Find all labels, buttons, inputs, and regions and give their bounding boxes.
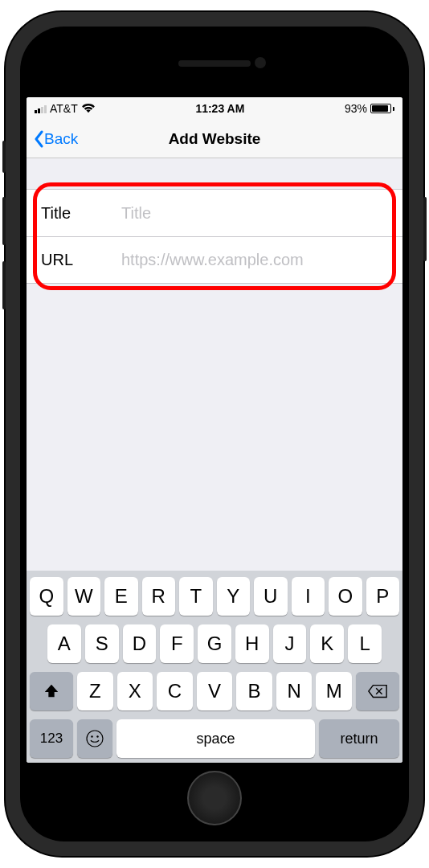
keyboard: QWERTYUIOP ASDFGHJKL ZXCVBNM 123	[27, 571, 402, 763]
key-v[interactable]: V	[197, 672, 233, 710]
key-e[interactable]: E	[104, 577, 138, 616]
shift-key[interactable]	[30, 672, 73, 710]
content-area: Title URL	[27, 158, 402, 571]
back-label: Back	[44, 130, 78, 148]
phone-frame: AT&T 11:23 AM 93%	[6, 12, 423, 856]
key-g[interactable]: G	[198, 624, 231, 663]
key-j[interactable]: J	[273, 624, 307, 663]
key-s[interactable]: S	[85, 624, 119, 663]
key-i[interactable]: I	[292, 577, 325, 616]
space-key[interactable]: space	[116, 719, 315, 758]
signal-icon	[35, 104, 47, 113]
key-u[interactable]: U	[254, 577, 288, 616]
key-p[interactable]: P	[366, 577, 400, 616]
title-label: Title	[41, 204, 121, 223]
key-f[interactable]: F	[160, 624, 194, 663]
url-label: URL	[41, 251, 121, 269]
page-title: Add Website	[169, 130, 261, 148]
volume-down	[2, 261, 6, 309]
shift-icon	[43, 682, 60, 700]
speaker-grille	[178, 60, 251, 67]
key-h[interactable]: H	[235, 624, 269, 663]
svg-point-0	[87, 731, 103, 747]
key-y[interactable]: Y	[217, 577, 251, 616]
key-c[interactable]: C	[157, 672, 193, 710]
back-button[interactable]: Back	[33, 130, 78, 148]
battery-icon	[370, 104, 394, 113]
screen: AT&T 11:23 AM 93%	[27, 97, 402, 763]
chevron-left-icon	[33, 130, 44, 148]
home-button[interactable]	[187, 771, 242, 825]
key-x[interactable]: X	[117, 672, 153, 710]
key-a[interactable]: A	[47, 624, 81, 663]
wifi-icon	[81, 103, 96, 114]
clock: 11:23 AM	[195, 102, 244, 115]
website-form: Title URL	[27, 189, 402, 284]
key-m[interactable]: M	[316, 672, 352, 710]
key-b[interactable]: B	[236, 672, 272, 710]
carrier-label: AT&T	[50, 102, 78, 115]
return-key[interactable]: return	[319, 719, 399, 758]
emoji-key[interactable]	[77, 719, 112, 758]
backspace-icon	[367, 683, 388, 699]
emoji-icon	[85, 729, 104, 748]
key-o[interactable]: O	[329, 577, 362, 616]
nav-bar: Back Add Website	[27, 120, 402, 158]
key-n[interactable]: N	[276, 672, 313, 710]
key-t[interactable]: T	[179, 577, 213, 616]
key-r[interactable]: R	[142, 577, 176, 616]
title-input[interactable]	[121, 204, 388, 223]
svg-point-1	[91, 735, 92, 737]
svg-point-2	[96, 735, 98, 737]
key-l[interactable]: L	[348, 624, 382, 663]
mute-switch	[2, 141, 6, 173]
key-q[interactable]: Q	[30, 577, 63, 616]
key-z[interactable]: Z	[77, 672, 113, 710]
key-k[interactable]: K	[310, 624, 344, 663]
url-input[interactable]	[121, 251, 388, 269]
backspace-key[interactable]	[356, 672, 399, 710]
volume-up	[2, 197, 6, 245]
key-w[interactable]: W	[67, 577, 101, 616]
status-bar: AT&T 11:23 AM 93%	[27, 97, 402, 120]
battery-pct: 93%	[345, 102, 367, 115]
numbers-key[interactable]: 123	[30, 719, 73, 758]
key-d[interactable]: D	[123, 624, 157, 663]
url-row: URL	[27, 236, 402, 283]
power-button	[423, 197, 427, 261]
front-camera	[255, 57, 266, 68]
title-row: Title	[27, 190, 402, 236]
